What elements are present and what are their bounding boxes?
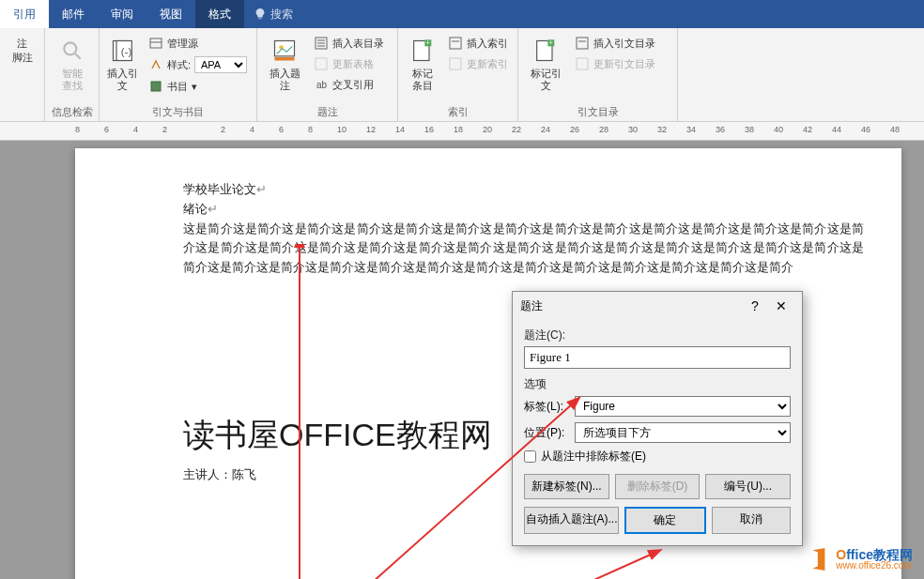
insert-citation-label: 插入引文 bbox=[107, 68, 139, 92]
label-select[interactable]: Figure bbox=[575, 396, 791, 417]
insert-toa-button[interactable]: 插入引文目录 bbox=[571, 34, 659, 53]
caption-icon bbox=[270, 36, 300, 66]
cross-reference-label: 交叉引用 bbox=[332, 78, 374, 92]
insert-note-label: 注 bbox=[17, 38, 27, 50]
group-citations: (-) 插入引文 管理源 样式:APA 书目 ▾ 引文与书目 bbox=[100, 28, 257, 121]
ruler[interactable]: 8642246810121416182022242628303234363840… bbox=[0, 122, 924, 141]
update-table-label: 更新表格 bbox=[332, 57, 374, 71]
manage-sources-button[interactable]: 管理源 bbox=[145, 34, 251, 53]
style-select[interactable]: APA bbox=[194, 56, 247, 73]
style-select-row: 样式:APA bbox=[145, 54, 251, 75]
citation-icon: (-) bbox=[108, 36, 138, 66]
update-index-label: 更新索引 bbox=[467, 57, 508, 71]
svg-line-1 bbox=[75, 53, 80, 58]
svg-text:ab: ab bbox=[316, 80, 328, 90]
update-toa-button[interactable]: 更新引文目录 bbox=[571, 54, 659, 73]
watermark-url: www.office26.com bbox=[836, 561, 913, 571]
tab-mailings[interactable]: 邮件 bbox=[49, 0, 98, 28]
ruler-mark: 44 bbox=[832, 125, 841, 134]
ruler-mark: 24 bbox=[541, 125, 550, 134]
group-research: 智能 查找 信息检索 bbox=[45, 28, 100, 121]
svg-rect-22 bbox=[450, 58, 461, 69]
ruler-mark: 18 bbox=[454, 125, 463, 134]
ruler-mark: 16 bbox=[424, 125, 434, 134]
style-label: 样式: bbox=[167, 58, 191, 72]
update-index-icon bbox=[448, 56, 463, 71]
tab-review[interactable]: 审阅 bbox=[98, 0, 146, 28]
dialog-close-button[interactable]: ✕ bbox=[768, 298, 794, 313]
tof-icon bbox=[314, 36, 329, 51]
footnote-label: 脚注 bbox=[12, 52, 33, 64]
caption-input[interactable] bbox=[524, 346, 791, 369]
ruler-mark: 38 bbox=[745, 125, 754, 134]
group-toa: + 标记引文 插入引文目录 更新引文目录 引文目录 bbox=[518, 28, 678, 121]
tab-format[interactable]: 格式 bbox=[195, 0, 244, 28]
svg-point-0 bbox=[64, 42, 76, 54]
dialog-title-text: 题注 bbox=[520, 298, 742, 314]
insert-caption-button[interactable]: 插入题注 bbox=[263, 32, 306, 96]
crossref-icon: ab bbox=[314, 77, 329, 92]
dialog-titlebar[interactable]: 题注 ? ✕ bbox=[513, 292, 802, 320]
insert-footnote-button[interactable]: 注 脚注 bbox=[6, 32, 38, 68]
citations-group-label: 引文与书目 bbox=[105, 103, 251, 121]
captions-group-label: 题注 bbox=[263, 103, 392, 121]
ruler-mark: 46 bbox=[861, 125, 870, 134]
doc-title: 学校毕业论文↵ bbox=[183, 180, 864, 200]
insert-index-label: 插入索引 bbox=[467, 37, 508, 51]
insert-index-button[interactable]: 插入索引 bbox=[444, 34, 512, 53]
insert-toa-icon bbox=[575, 36, 590, 51]
tab-view[interactable]: 视图 bbox=[146, 0, 195, 28]
ok-button[interactable]: 确定 bbox=[624, 507, 706, 534]
ruler-mark: 8 bbox=[75, 125, 80, 134]
ruler-mark: 14 bbox=[395, 125, 405, 134]
workspace: 8642246810121416182022242628303234363840… bbox=[0, 122, 924, 579]
options-label: 选项 bbox=[524, 376, 791, 392]
numbering-button[interactable]: 编号(U)... bbox=[705, 474, 791, 499]
mark-citation-button[interactable]: + 标记引文 bbox=[524, 32, 567, 96]
group-index: + 标记 条目 插入索引 更新索引 索引 bbox=[398, 28, 518, 121]
ruler-mark: 8 bbox=[308, 125, 313, 134]
update-index-button[interactable]: 更新索引 bbox=[444, 54, 512, 73]
position-field-label: 位置(P): bbox=[524, 425, 569, 441]
insert-citation-button[interactable]: (-) 插入引文 bbox=[105, 32, 141, 96]
search-area[interactable]: 搜索 bbox=[244, 7, 293, 23]
tab-references[interactable]: 引用 bbox=[0, 0, 49, 28]
ruler-mark: 32 bbox=[657, 125, 667, 134]
delete-label-button[interactable]: 删除标签(D) bbox=[615, 474, 701, 499]
ruler-mark: 36 bbox=[716, 125, 725, 134]
magnifier-icon bbox=[57, 36, 87, 66]
caption-dialog: 题注 ? ✕ 题注(C): 选项 标签(L): Figure 位置(P): 所选… bbox=[512, 291, 803, 546]
ruler-mark: 2 bbox=[221, 125, 225, 134]
insert-toa-label: 插入引文目录 bbox=[593, 37, 655, 51]
cancel-button[interactable]: 取消 bbox=[712, 507, 792, 534]
caption-field-label: 题注(C): bbox=[524, 328, 791, 343]
position-select[interactable]: 所选项目下方 bbox=[575, 422, 791, 443]
group-footnotes: 注 脚注 bbox=[0, 28, 45, 121]
group-captions: 插入题注 插入表目录 更新表格 ab交叉引用 题注 bbox=[257, 28, 398, 121]
book-icon bbox=[148, 79, 163, 94]
svg-rect-28 bbox=[577, 58, 588, 69]
bibliography-button[interactable]: 书目 ▾ bbox=[145, 77, 251, 96]
svg-rect-7 bbox=[151, 82, 161, 91]
update-toa-label: 更新引文目录 bbox=[593, 57, 655, 71]
dialog-help-button[interactable]: ? bbox=[742, 298, 768, 313]
office-logo-icon bbox=[808, 547, 832, 571]
new-label-button[interactable]: 新建标签(N)... bbox=[524, 474, 609, 499]
svg-rect-5 bbox=[150, 38, 162, 48]
auto-caption-button[interactable]: 自动插入题注(A)... bbox=[524, 507, 619, 534]
mark-entry-button[interactable]: + 标记 条目 bbox=[404, 32, 440, 96]
ruler-mark: 30 bbox=[628, 125, 638, 134]
mark-entry-label: 标记 条目 bbox=[412, 68, 433, 92]
insert-tof-button[interactable]: 插入表目录 bbox=[310, 34, 388, 53]
update-table-button[interactable]: 更新表格 bbox=[310, 54, 388, 73]
exclude-label-checkbox[interactable] bbox=[524, 450, 536, 463]
ruler-mark: 4 bbox=[133, 125, 138, 134]
index-group-label: 索引 bbox=[404, 103, 512, 121]
svg-text:+: + bbox=[549, 39, 553, 46]
svg-rect-26 bbox=[577, 38, 588, 49]
smart-lookup-button[interactable]: 智能 查找 bbox=[51, 32, 93, 96]
doc-body: 这是简介这是简介这是简介这是简介这是简介这是简介这是简介这是简介这是简介这是简介… bbox=[183, 220, 864, 278]
doc-heading: 绪论↵ bbox=[183, 200, 864, 220]
ruler-mark: 6 bbox=[104, 125, 109, 134]
cross-reference-button[interactable]: ab交叉引用 bbox=[310, 75, 388, 94]
